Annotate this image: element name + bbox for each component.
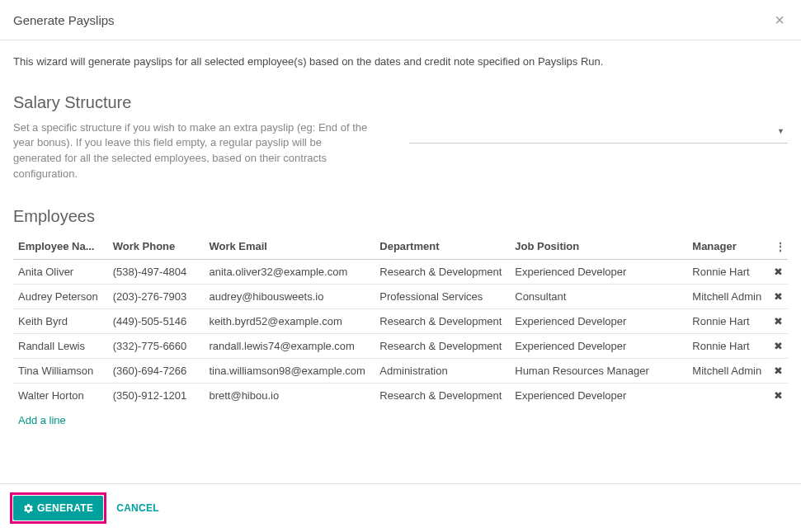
- cell-email: keith.byrd52@example.com: [204, 308, 375, 333]
- delete-row-icon[interactable]: ✖: [774, 365, 783, 377]
- cell-name: Anita Oliver: [13, 259, 108, 284]
- cell-name: Tina Williamson: [13, 358, 108, 383]
- cell-phone: (360)-694-7266: [108, 358, 205, 383]
- cell-department: Research & Development: [375, 259, 510, 284]
- cell-name: Randall Lewis: [13, 333, 108, 358]
- cell-delete: ✖: [768, 383, 788, 407]
- col-header-email[interactable]: Work Email: [204, 234, 375, 260]
- cell-phone: (449)-505-5146: [108, 308, 205, 333]
- cell-delete: ✖: [768, 284, 788, 308]
- cell-phone: (203)-276-7903: [108, 284, 205, 308]
- cell-email: randall.lewis74@example.com: [204, 333, 375, 358]
- col-header-options[interactable]: ⋮: [768, 234, 788, 260]
- gear-icon: [23, 503, 34, 514]
- cell-department: Professional Services: [375, 284, 510, 308]
- col-header-manager[interactable]: Manager: [687, 234, 768, 260]
- salary-structure-description: Set a specific structure if you wish to …: [13, 120, 368, 182]
- table-row[interactable]: Anita Oliver(538)-497-4804anita.oliver32…: [13, 259, 788, 284]
- cell-phone: (332)-775-6660: [108, 333, 205, 358]
- delete-row-icon[interactable]: ✖: [774, 315, 783, 327]
- cell-manager: Ronnie Hart: [687, 308, 768, 333]
- cancel-button[interactable]: CANCEL: [116, 502, 159, 514]
- salary-structure-select[interactable]: [409, 124, 788, 144]
- modal-body: This wizard will generate payslips for a…: [0, 40, 801, 443]
- modal-footer: GENERATE CANCEL: [0, 483, 801, 532]
- cancel-button-label: CANCEL: [116, 502, 159, 514]
- cell-delete: ✖: [768, 259, 788, 284]
- cell-department: Research & Development: [375, 333, 510, 358]
- close-button[interactable]: ×: [771, 12, 788, 28]
- col-header-phone[interactable]: Work Phone: [108, 234, 205, 260]
- salary-structure-title: Salary Structure: [13, 93, 788, 112]
- cell-delete: ✖: [768, 333, 788, 358]
- table-header-row: Employee Na... Work Phone Work Email Dep…: [13, 234, 788, 260]
- modal-title: Generate Payslips: [13, 13, 115, 27]
- table-row[interactable]: Audrey Peterson(203)-276-7903audrey@hibo…: [13, 284, 788, 308]
- wizard-intro-text: This wizard will generate payslips for a…: [13, 54, 788, 70]
- col-header-position[interactable]: Job Position: [510, 234, 687, 260]
- cell-position: Experienced Developer: [510, 308, 687, 333]
- kebab-icon: ⋮: [775, 240, 786, 253]
- cell-position: Human Resources Manager: [510, 358, 687, 383]
- cell-department: Research & Development: [375, 308, 510, 333]
- generate-button[interactable]: GENERATE: [13, 496, 103, 520]
- cell-phone: (350)-912-1201: [108, 383, 205, 407]
- col-header-department[interactable]: Department: [375, 234, 510, 260]
- table-row[interactable]: Randall Lewis(332)-775-6660randall.lewis…: [13, 333, 788, 358]
- cell-email: audrey@hibousweets.io: [204, 284, 375, 308]
- employees-table: Employee Na... Work Phone Work Email Dep…: [13, 234, 788, 407]
- salary-structure-select-wrap: ▼: [409, 120, 788, 182]
- table-row[interactable]: Walter Horton(350)-912-1201brett@hibou.i…: [13, 383, 788, 407]
- cell-delete: ✖: [768, 358, 788, 383]
- col-header-name[interactable]: Employee Na...: [13, 234, 108, 260]
- cell-name: Keith Byrd: [13, 308, 108, 333]
- cell-email: anita.oliver32@example.com: [204, 259, 375, 284]
- cell-manager: Ronnie Hart: [687, 259, 768, 284]
- generate-button-highlight: GENERATE: [10, 492, 106, 524]
- delete-row-icon[interactable]: ✖: [774, 266, 783, 278]
- cell-manager: [687, 383, 768, 407]
- add-a-line-button[interactable]: Add a line: [13, 407, 71, 430]
- cell-name: Walter Horton: [13, 383, 108, 407]
- cell-position: Experienced Developer: [510, 259, 687, 284]
- salary-structure-row: Set a specific structure if you wish to …: [13, 120, 788, 182]
- cell-department: Research & Development: [375, 383, 510, 407]
- modal-header: Generate Payslips ×: [0, 0, 801, 40]
- cell-manager: Mitchell Admin: [687, 358, 768, 383]
- cell-email: tina.williamson98@example.com: [204, 358, 375, 383]
- cell-manager: Ronnie Hart: [687, 333, 768, 358]
- cell-email: brett@hibou.io: [204, 383, 375, 407]
- delete-row-icon[interactable]: ✖: [774, 340, 783, 352]
- cell-position: Experienced Developer: [510, 333, 687, 358]
- employees-table-wrap: Employee Na... Work Phone Work Email Dep…: [13, 234, 788, 430]
- table-row[interactable]: Tina Williamson(360)-694-7266tina.willia…: [13, 358, 788, 383]
- cell-position: Consultant: [510, 284, 687, 308]
- close-icon: ×: [775, 11, 785, 29]
- generate-button-label: GENERATE: [37, 502, 93, 514]
- cell-manager: Mitchell Admin: [687, 284, 768, 308]
- cell-phone: (538)-497-4804: [108, 259, 205, 284]
- delete-row-icon[interactable]: ✖: [774, 389, 783, 402]
- table-row[interactable]: Keith Byrd(449)-505-5146keith.byrd52@exa…: [13, 308, 788, 333]
- delete-row-icon[interactable]: ✖: [774, 290, 783, 303]
- cell-name: Audrey Peterson: [13, 284, 108, 308]
- cell-department: Administration: [375, 358, 510, 383]
- employees-title: Employees: [13, 207, 788, 226]
- cell-position: Experienced Developer: [510, 383, 687, 407]
- cell-delete: ✖: [768, 308, 788, 333]
